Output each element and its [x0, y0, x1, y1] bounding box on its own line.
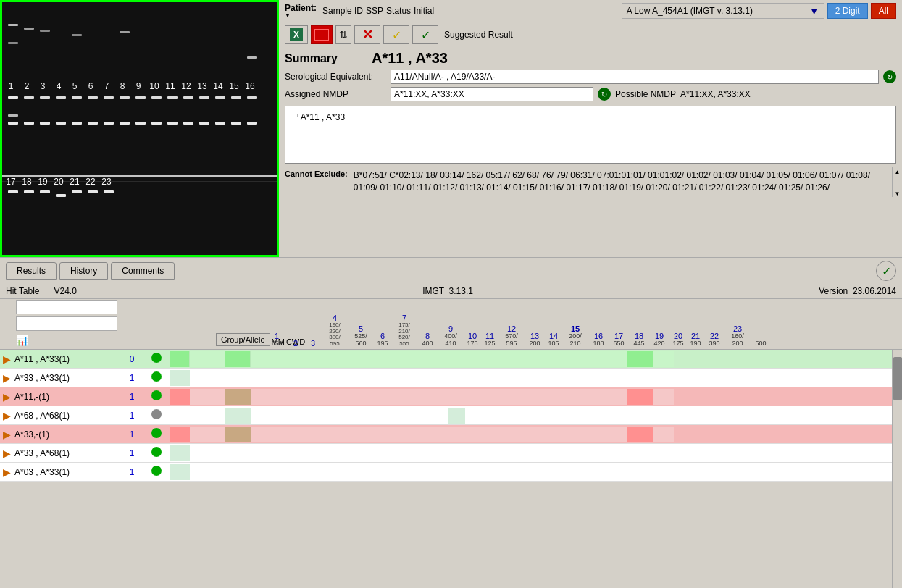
- filter-input-1[interactable]: [16, 300, 117, 314]
- cannot-exclude-scroll-up[interactable]: ▲: [895, 169, 901, 175]
- svg-text:23: 23: [101, 177, 112, 187]
- row-name-1: A*11 , A*33(1): [13, 354, 120, 364]
- cancel-btn[interactable]: ✕: [354, 25, 380, 44]
- table-row[interactable]: ▶ A*33 , A*68(1) 1: [0, 444, 902, 463]
- row-name-2: A*33 , A*33(1): [13, 373, 120, 383]
- row-mm-2: 1: [120, 373, 143, 383]
- tab-comments[interactable]: Comments: [111, 262, 175, 280]
- svg-rect-13: [104, 96, 114, 99]
- svg-text:13: 13: [197, 81, 207, 91]
- tab-confirm-btn[interactable]: ✓: [876, 261, 896, 281]
- row-expand-1[interactable]: ▶: [0, 353, 13, 365]
- excel-export-btn[interactable]: X: [285, 25, 308, 44]
- table-row[interactable]: ▶ A*33 , A*33(1) 1: [0, 369, 902, 387]
- svg-rect-4: [8, 114, 18, 117]
- svg-text:19: 19: [38, 177, 48, 187]
- svg-rect-34: [151, 122, 162, 125]
- serology-input[interactable]: [391, 70, 879, 84]
- svg-rect-29: [72, 122, 82, 125]
- green-check-btn[interactable]: ✓: [412, 25, 438, 44]
- patient-label: Patient:: [285, 3, 317, 13]
- lane-header-7: 7: [402, 314, 406, 322]
- svg-text:3: 3: [41, 81, 46, 91]
- svg-text:X: X: [293, 30, 299, 40]
- tab-results[interactable]: Results: [6, 262, 57, 280]
- nmdp-refresh-btn[interactable]: ↻: [598, 88, 611, 101]
- arrows-btn[interactable]: ⇅: [335, 25, 351, 44]
- svg-text:20: 20: [54, 177, 64, 187]
- svg-rect-36: [183, 122, 193, 125]
- allele-box-value: ˡ A*11 , A*33: [297, 112, 345, 122]
- summary-value: A*11 , A*33: [372, 50, 448, 67]
- summary-label: Summary: [285, 52, 372, 65]
- nmdp-assigned-input[interactable]: [391, 87, 593, 101]
- imgt-label: IMGT: [422, 286, 444, 296]
- svg-rect-2: [8, 42, 18, 44]
- svg-rect-17: [151, 96, 162, 99]
- svg-rect-0: [2, 2, 277, 255]
- suggested-result-label: Suggested Result: [444, 30, 513, 40]
- ssp-label: SSP: [366, 6, 383, 16]
- row-mm-6: 1: [120, 448, 143, 458]
- svg-rect-3: [8, 96, 18, 99]
- svg-rect-31: [104, 122, 114, 125]
- row-expand-4[interactable]: ▶: [0, 410, 13, 421]
- svg-rect-28: [56, 122, 66, 125]
- table-row[interactable]: ▶ A*03 , A*33(1) 1: [0, 463, 902, 482]
- row-mm-5: 1: [120, 429, 143, 440]
- allele-dropdown[interactable]: A Low A_454A1 (IMGT v. 3.13.1) ▼: [622, 3, 824, 19]
- svg-rect-22: [231, 96, 241, 99]
- svg-rect-26: [24, 122, 34, 125]
- svg-text:6: 6: [88, 81, 93, 91]
- table-row[interactable]: ▶ A*68 , A*68(1) 1: [0, 406, 902, 425]
- scrollbar-thumb[interactable]: [893, 357, 902, 400]
- row-cwd-5: [143, 428, 170, 440]
- svg-rect-40: [247, 122, 257, 125]
- row-expand-3[interactable]: ▶: [0, 391, 13, 403]
- table-row[interactable]: ▶ A*33,-(1) 1: [0, 425, 902, 444]
- svg-text:11: 11: [165, 81, 175, 91]
- row-expand-2[interactable]: ▶: [0, 372, 13, 384]
- tab-history[interactable]: History: [59, 262, 108, 280]
- row-name-5: A*33,-(1): [13, 429, 120, 440]
- btn-all[interactable]: All: [871, 3, 896, 19]
- svg-rect-8: [40, 96, 50, 99]
- svg-text:4: 4: [57, 81, 62, 91]
- table-scrollbar[interactable]: [892, 350, 902, 588]
- row-name-3: A*11,-(1): [13, 392, 120, 402]
- svg-rect-21: [215, 96, 225, 99]
- row-expand-5[interactable]: ▶: [0, 429, 13, 440]
- table-row[interactable]: ▶ A*11 , A*33(1) 0: [0, 350, 902, 369]
- filter-input-2[interactable]: [16, 316, 117, 331]
- row-expand-6[interactable]: ▶: [0, 448, 13, 459]
- table-row[interactable]: ▶ A*11,-(1) 1: [0, 387, 902, 406]
- gel-image: 1 2 3 4 5 6 7 8 9 10 11 12 13 14 15 16: [2, 2, 277, 255]
- sample-id-label: Sample ID: [322, 6, 363, 16]
- row-cwd-1: [143, 353, 170, 365]
- btn-2digit[interactable]: 2 Digit: [827, 3, 868, 19]
- serology-refresh-btn[interactable]: ↻: [883, 70, 896, 83]
- svg-text:16: 16: [245, 81, 255, 91]
- status-label: Status: [386, 6, 411, 16]
- cannot-exclude-label: Cannot Exclude:: [285, 169, 348, 195]
- svg-rect-10: [72, 34, 82, 36]
- row-cwd-3: [143, 390, 170, 403]
- yellow-check-btn[interactable]: ✓: [383, 25, 409, 44]
- group-allele-btn[interactable]: Group/Allele: [216, 333, 270, 346]
- svg-rect-20: [199, 96, 209, 99]
- svg-rect-61: [56, 194, 66, 197]
- svg-rect-25: [8, 122, 18, 125]
- svg-rect-23: [247, 56, 257, 59]
- chart-icon[interactable]: 📊: [16, 335, 28, 346]
- excel-icon: X: [290, 28, 303, 41]
- svg-text:2: 2: [25, 81, 30, 91]
- svg-rect-60: [40, 190, 50, 193]
- svg-rect-14: [120, 31, 130, 33]
- possible-nmdp-label: Possible NMDP: [615, 89, 676, 99]
- row-expand-7[interactable]: ▶: [0, 466, 13, 478]
- red-indicator-btn[interactable]: [311, 25, 333, 44]
- svg-text:18: 18: [22, 177, 32, 187]
- svg-rect-37: [199, 122, 209, 125]
- allele-dropdown-arrow: ▼: [809, 5, 819, 17]
- cannot-exclude-scroll-down[interactable]: ▼: [895, 190, 901, 197]
